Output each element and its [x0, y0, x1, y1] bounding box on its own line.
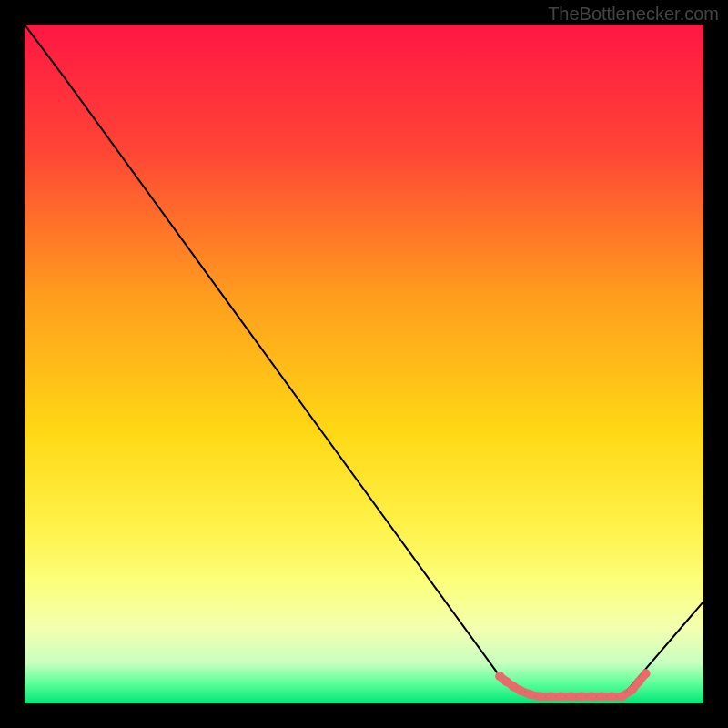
highlight-dot: [634, 677, 643, 686]
plot-area: [25, 25, 703, 703]
highlight-dot: [642, 669, 651, 678]
highlight-dot: [556, 693, 565, 702]
highlight-dot: [607, 693, 616, 702]
gradient-background: [25, 25, 703, 703]
highlight-dot: [526, 690, 535, 699]
highlight-dot: [628, 685, 637, 694]
highlight-dot: [597, 693, 606, 702]
highlight-dot: [587, 693, 596, 702]
highlight-dot: [617, 693, 626, 702]
chart-container: TheBottlenecker.com: [0, 0, 728, 728]
watermark-text: TheBottlenecker.com: [548, 4, 719, 25]
chart-svg: [25, 25, 703, 703]
highlight-dot: [516, 686, 525, 695]
highlight-dot: [536, 693, 545, 702]
highlight-dot: [577, 693, 586, 702]
highlight-dot: [546, 693, 555, 702]
highlight-dot: [567, 693, 576, 702]
